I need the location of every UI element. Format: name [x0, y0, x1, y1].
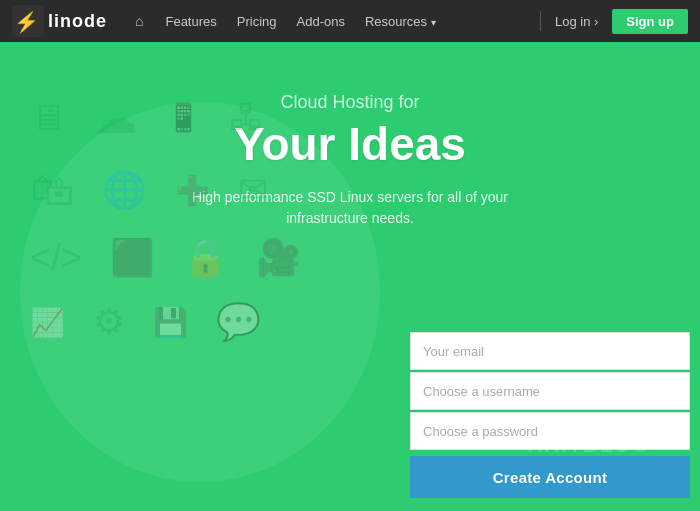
svg-text:⚡: ⚡: [14, 10, 39, 34]
hero-section: 🖥 ☁ 📱 🖧 🛍 🌐 ➕ ✉ </> ⬛ 🔒 🎥 📈 ⚙ 💾 💬 Cloud …: [0, 42, 700, 511]
bg-icon-code: </>: [30, 237, 82, 279]
auth-actions: Log in Sign up: [547, 9, 688, 34]
bg-icon-mail: ✉: [238, 169, 268, 211]
bg-icon-lock: 🔒: [183, 237, 228, 279]
signup-form: Create Account: [410, 332, 690, 498]
nav-addons[interactable]: Add-ons: [287, 10, 355, 33]
brand-logo-icon: ⚡: [12, 5, 44, 37]
nav-resources[interactable]: Resources ▾: [355, 10, 446, 33]
bg-icon-video: 🎥: [256, 237, 301, 279]
bg-icon-cloud: ☁: [94, 92, 138, 143]
brand-name: linode: [48, 11, 107, 32]
nav-features[interactable]: Features: [155, 10, 226, 33]
nav-links: ⌂ Features Pricing Add-ons Resources ▾: [127, 9, 534, 33]
login-button[interactable]: Log in: [547, 10, 606, 33]
bg-icon-server2: ⬛: [110, 237, 155, 279]
bg-icon-tablet: 📱: [166, 101, 201, 134]
brand[interactable]: ⚡ linode: [12, 5, 107, 37]
nav-pricing[interactable]: Pricing: [227, 10, 287, 33]
bg-icon-chat: 💬: [216, 301, 261, 343]
nav-separator: [540, 11, 541, 31]
hero-bg-icons: 🖥 ☁ 📱 🖧 🛍 🌐 ➕ ✉ </> ⬛ 🔒 🎥 📈 ⚙ 💾 💬: [30, 92, 410, 511]
resources-dropdown-arrow: ▾: [431, 17, 436, 28]
email-input[interactable]: [410, 332, 690, 370]
home-icon[interactable]: ⌂: [127, 9, 151, 33]
password-input[interactable]: [410, 412, 690, 450]
signup-button[interactable]: Sign up: [612, 9, 688, 34]
bg-icon-chart: 📈: [30, 306, 65, 339]
bg-icon-bag: 🛍: [30, 165, 74, 215]
bg-icon-server: 🖧: [229, 97, 265, 139]
navbar: ⚡ linode ⌂ Features Pricing Add-ons Reso…: [0, 0, 700, 42]
bg-icon-globe: 🌐: [102, 169, 147, 211]
bg-icon-plus: ➕: [175, 174, 210, 207]
bg-icon-settings: ⚙: [93, 301, 125, 343]
username-input[interactable]: [410, 372, 690, 410]
bg-icon-hdd: 💾: [153, 306, 188, 339]
create-account-button[interactable]: Create Account: [410, 456, 690, 498]
bg-icon-monitor: 🖥: [30, 97, 66, 139]
